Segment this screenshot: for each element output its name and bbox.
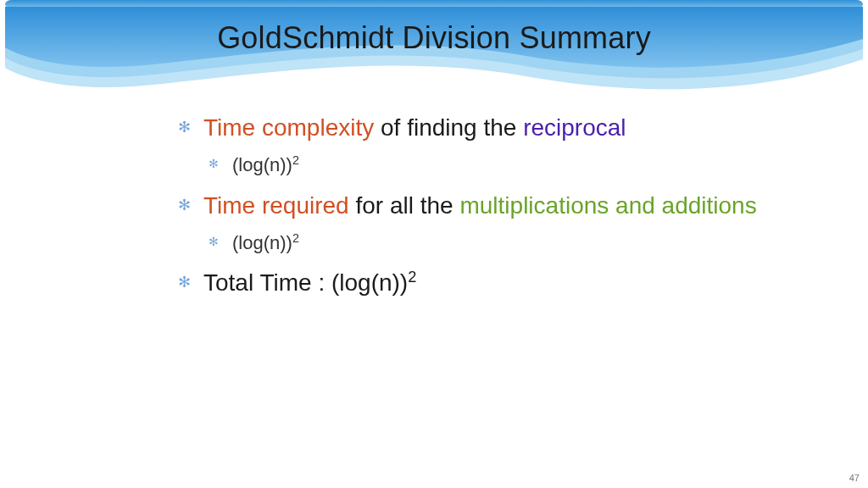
text: for all the <box>349 192 460 219</box>
text-purple: reciprocal <box>523 114 626 141</box>
math-sup: 2 <box>292 231 299 245</box>
subbullet-logn2-b: (log(n))2 <box>178 230 805 256</box>
text-red: Time complexity <box>203 114 374 141</box>
page-number: 47 <box>849 473 860 483</box>
text-red: Time required <box>203 192 349 219</box>
slide: GoldSchmidt Division Summary Time comple… <box>0 0 868 488</box>
subbullet-logn2-a: (log(n))2 <box>178 152 805 178</box>
text: of finding the <box>374 114 523 141</box>
slide-title: GoldSchmidt Division Summary <box>0 20 868 56</box>
bullet-time-complexity: Time complexity of finding the reciproca… <box>178 112 805 144</box>
math-base: (log(n)) <box>232 154 292 175</box>
bullet-time-required: Time required for all the multiplication… <box>178 190 805 222</box>
math-base: (log(n)) <box>232 232 292 253</box>
text: Total Time : (log(n)) <box>203 270 408 297</box>
math-sup: 2 <box>408 269 416 286</box>
math-sup: 2 <box>292 153 299 167</box>
slide-body: Time complexity of finding the reciproca… <box>178 112 805 308</box>
bullet-total-time: Total Time : (log(n))2 <box>178 267 805 299</box>
text-green: multiplications and additions <box>459 192 756 219</box>
